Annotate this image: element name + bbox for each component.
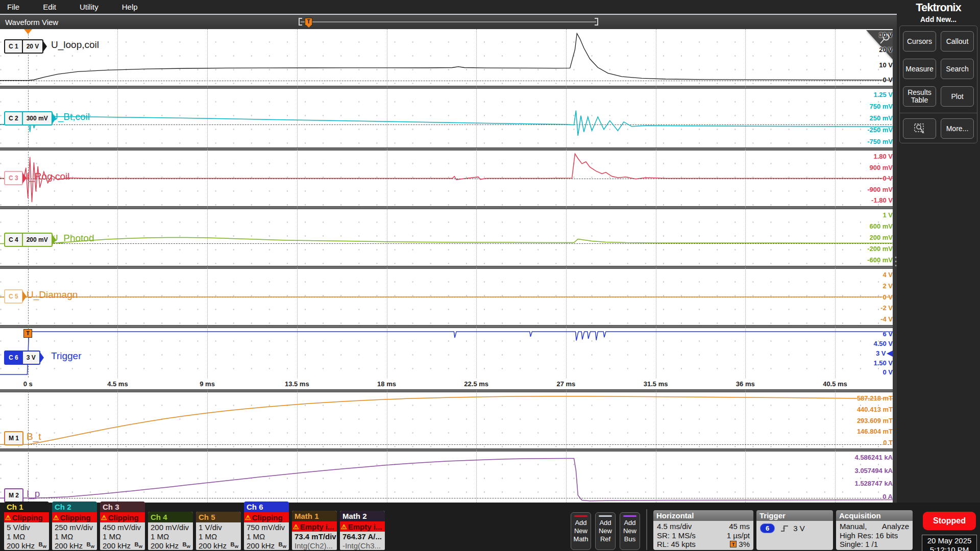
slider-left-bracket-icon[interactable] (299, 18, 302, 26)
channel-settings-badge-ch-1[interactable]: Ch 1⚠Clipping5 V/div1 MΩ200 kHzBW (4, 502, 49, 550)
trigger-position-triangle-icon[interactable] (24, 29, 32, 34)
axis-tick-label: 3 V◀ (876, 349, 893, 357)
badge-header: Ch 6 (244, 502, 289, 512)
badge-line-text: 750 mV/div (247, 523, 285, 532)
bandwidth-limit-icon: BW (38, 541, 46, 549)
menu-item-file[interactable]: File (7, 3, 32, 11)
channel-badge-c-4[interactable]: C 4200 mV (4, 233, 53, 247)
channel-badge-c-1[interactable]: C 120 V (4, 39, 43, 54)
button-stripe (599, 515, 612, 517)
menu-item-edit[interactable]: Edit (43, 3, 68, 11)
channel-badge-c-3[interactable]: C 3 (4, 171, 23, 185)
bottom-settings-bar: Ch 1⚠Clipping5 V/div1 MΩ200 kHzBWCh 2⚠Cl… (0, 503, 980, 551)
panel-divider[interactable]: ⋮ (893, 29, 897, 503)
channel-settings-badge-ch-3[interactable]: Ch 3⚠Clipping450 mV/div1 MΩ200 kHzBW (100, 502, 145, 550)
channel-badge-m-1[interactable]: M 1 (4, 431, 23, 445)
horizontal-scale: 4.5 ms/div (657, 522, 692, 531)
add-new-heading: Add New... (897, 15, 980, 23)
horizontal-panel[interactable]: Horizontal 4.5 ms/div45 ms SR: 1 MS/s1 µ… (653, 510, 753, 550)
cursors-button[interactable]: Cursors (903, 31, 936, 52)
waveform-plot-area: 30 V20 V10 V0 VC 120 VU_loop,coil1.25 V7… (0, 29, 897, 503)
warning-text: Empty i... (300, 522, 334, 531)
badge-line: 764.37 A/... (340, 532, 385, 541)
warning-text: Clipping (108, 513, 139, 522)
badge-line-text: 1 MΩ (247, 532, 265, 541)
channel-badge-c-2[interactable]: C 2300 mV (4, 111, 53, 126)
badge-line: -Intg(Ch3... (340, 541, 385, 550)
menu-item-utility[interactable]: Utility (80, 3, 111, 11)
axis-tick-label: 1.528747 kA (855, 480, 893, 487)
channel-settings-badge-math-2[interactable]: Math 2⚠Empty i...764.37 A/...-Intg(Ch3..… (340, 511, 385, 550)
callout-button[interactable]: Callout (941, 31, 974, 52)
waveform-slice-c-2: 1.25 V750 mV250 mV-250 mV-750 mVC 2300 m… (0, 89, 897, 147)
waveform-trace-u-loop-coil (0, 29, 897, 86)
acquisition-single: Single: 1 /1 (840, 540, 878, 548)
add-new-ref-button[interactable]: AddNewRef (595, 512, 616, 550)
channel-settings-badge-math-1[interactable]: Math 1⚠Empty i...73.4 mT/divIntg(Ch2)... (292, 511, 337, 550)
channel-settings-badge-ch-2[interactable]: Ch 2⚠Clipping250 mV/div1 MΩ200 kHzBW (52, 502, 97, 550)
channel-badge-id: M 2 (5, 489, 22, 502)
badge-line-text: 764.37 A/... (342, 532, 382, 541)
badge-line-text: 5 V/div (7, 523, 30, 532)
badge-line-text: -Intg(Ch3... (342, 541, 381, 550)
axis-labels-c-3: 1.80 V900 mV0 V-900 mV-1.80 V (867, 153, 893, 204)
plot-button[interactable]: Plot (941, 86, 974, 107)
bandwidth-limit-icon: BW (182, 541, 190, 549)
waveform-trace-u-bt-coil (0, 89, 897, 147)
sample-interval: 1 µs/pt (727, 531, 750, 540)
waveform-slice-c-1: 30 V20 V10 V0 VC 120 VU_loop,coil (0, 29, 897, 86)
trigger-position-pin-icon[interactable]: T (305, 18, 312, 26)
channel-settings-badge-ch-4[interactable]: Ch 4200 mV/div1 MΩ200 kHzBW (148, 512, 193, 550)
badge-line: 1 MΩ (4, 532, 49, 541)
channel-settings-badge-ch-5[interactable]: Ch 51 V/div1 MΩ200 kHzBW (196, 512, 241, 550)
warning-text: Clipping (60, 513, 91, 522)
channel-badge-id: C 3 (5, 172, 22, 184)
measure-button[interactable]: Measure (903, 59, 936, 79)
results-table-button[interactable]: Results Table (903, 86, 936, 107)
channel-badge-c-5[interactable]: C 5 (4, 289, 23, 304)
acquisition-resolution: High Res: 16 bits (840, 531, 898, 540)
channel-badge-id: C 5 (5, 290, 22, 303)
trigger-level-arrow-icon: ◀ (887, 348, 893, 357)
axis-tick-label: 1.80 V (873, 153, 893, 160)
channel-settings-badge-ch-6[interactable]: Ch 6⚠Clipping750 mV/div1 MΩ200 kHzBW (244, 502, 289, 550)
record-view-slider[interactable]: T (299, 18, 598, 27)
channel-badge-c-6[interactable]: C 63 V (4, 350, 40, 365)
add-new-bus-button[interactable]: AddNewBus (620, 512, 640, 550)
time-text: 5:12:10 PM (922, 545, 976, 551)
waveform-slice-c-6: 6 V4.50 V3 V◀1.50 V0 VC 63 VTriggerT (0, 328, 897, 378)
menu-item-help[interactable]: Help (122, 3, 150, 11)
trigger-source-marker[interactable]: T (23, 329, 32, 338)
badge-header: Ch 5 (196, 512, 241, 522)
warning-icon: ⚠ (53, 514, 59, 521)
acquisition-analyze: Analyze (882, 522, 909, 531)
axis-tick-label: 4 V (883, 271, 893, 278)
search-button[interactable]: Search (941, 59, 974, 79)
run-stop-button[interactable]: Stopped (923, 512, 976, 530)
badge-line-text: 73.4 mT/div (295, 532, 336, 541)
zoom-select-button[interactable] (903, 118, 936, 139)
waveform-trace-trigger (0, 328, 897, 378)
channel-label-c-2: U_Bt,coil (51, 111, 90, 122)
add-new-math-button[interactable]: AddNewMath (571, 512, 591, 550)
axis-tick-label: -750 mV (867, 138, 893, 145)
badge-line-text: 1 MΩ (199, 532, 217, 541)
channel-badge-id: C 4 (5, 234, 22, 246)
trigger-panel[interactable]: Trigger 6 3 V (756, 510, 833, 550)
badge-line-text: Intg(Ch2)... (295, 541, 333, 550)
acquisition-panel[interactable]: Acquisition Manual,Analyze High Res: 16 … (836, 510, 913, 550)
channel-badge-m-2[interactable]: M 2 (4, 488, 23, 503)
axis-tick-label: 600 mV (869, 223, 893, 230)
view-title: Waveform View (5, 18, 58, 27)
more-button[interactable]: More... (941, 118, 974, 139)
badge-line: 450 mV/div (100, 522, 145, 532)
axis-tick-label: 20 V (879, 46, 893, 53)
channel-badge-scale: 3 V (22, 352, 39, 364)
badge-header: Ch 4 (148, 512, 193, 522)
badge-line: 200 kHzBW (244, 541, 289, 550)
warning-icon: ⚠ (245, 514, 251, 521)
warning-icon: ⚠ (293, 523, 299, 531)
axis-tick-label: 1.50 V (873, 360, 893, 366)
slider-right-bracket-icon[interactable] (595, 18, 598, 26)
badge-header: Math 1 (292, 511, 337, 521)
